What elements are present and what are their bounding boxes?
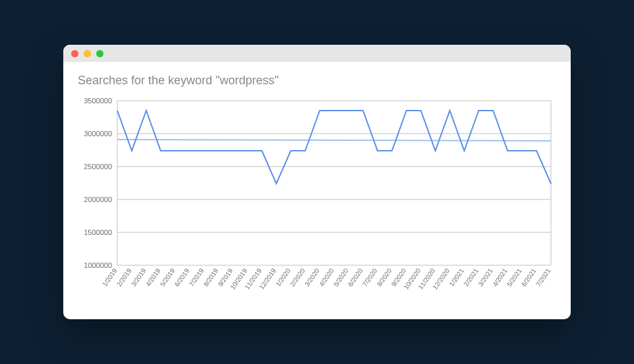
chart-window: Searches for the keyword "wordpress" 100… [63, 45, 571, 319]
y-axis-tick: 2000000 [84, 195, 112, 203]
y-axis-tick: 1000000 [84, 261, 112, 269]
chart-title: Searches for the keyword "wordpress" [78, 74, 558, 88]
y-axis-tick: 3500000 [84, 97, 112, 105]
close-icon[interactable] [71, 50, 78, 57]
zoom-icon[interactable] [96, 50, 103, 57]
window-titlebar [63, 45, 571, 62]
x-axis-tick: 7/2021 [534, 267, 552, 288]
chart-content: Searches for the keyword "wordpress" 100… [63, 62, 571, 319]
series-line [117, 111, 551, 184]
y-axis-tick: 1500000 [84, 228, 112, 236]
y-axis-tick: 2500000 [84, 163, 112, 170]
svg-line-8 [117, 140, 551, 141]
chart-plot: 1000000150000020000002500000300000035000… [76, 94, 558, 305]
minimize-icon[interactable] [84, 50, 91, 57]
y-axis-tick: 3000000 [84, 130, 112, 138]
chart-svg: 1000000150000020000002500000300000035000… [76, 94, 558, 305]
